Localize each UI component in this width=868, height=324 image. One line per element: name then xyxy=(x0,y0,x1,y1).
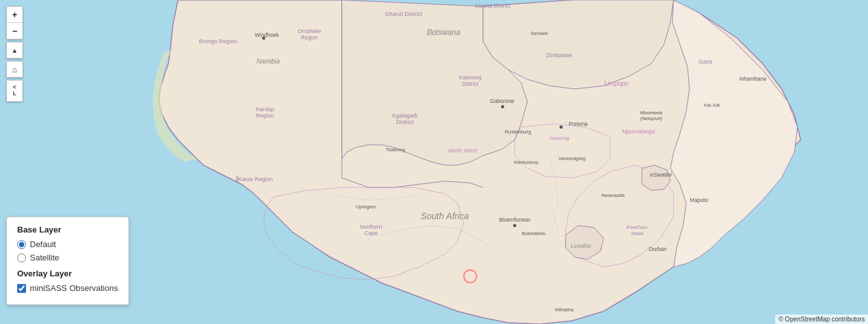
svg-point-37 xyxy=(513,224,517,227)
satellite-radio-label: Satellite xyxy=(30,253,59,262)
svg-text:District: District xyxy=(462,81,479,87)
svg-text:Gauteng: Gauteng xyxy=(550,135,569,141)
default-radio-item[interactable]: Default xyxy=(17,240,118,249)
svg-text:Windhoek: Windhoek xyxy=(255,32,280,38)
svg-text:Durban: Durban xyxy=(649,246,667,252)
svg-text:(Nelspruit): (Nelspruit) xyxy=(641,116,663,121)
map-attribution: © OpenStreetMap contributors xyxy=(775,314,868,324)
minisass-checkbox-item[interactable]: miniSASS Observations xyxy=(17,283,118,293)
layer-toggle-label: L xyxy=(13,91,17,97)
svg-text:Bloemfontein: Bloemfontein xyxy=(499,217,531,223)
svg-text:Gaborone: Gaborone xyxy=(490,98,514,104)
zoom-out-button[interactable]: − xyxy=(6,23,23,39)
svg-text:KwaZulu-: KwaZulu- xyxy=(627,224,648,230)
svg-text:Upington: Upington xyxy=(356,204,376,210)
minisass-checkbox[interactable] xyxy=(17,284,26,293)
svg-text:Tsabong: Tsabong xyxy=(386,147,405,152)
base-layer-title: Base Layer xyxy=(17,225,118,234)
svg-text:Mthatha: Mthatha xyxy=(555,307,574,313)
svg-text:Lesotho: Lesotho xyxy=(571,243,591,249)
svg-text:Kgalagadi: Kgalagadi xyxy=(392,112,417,119)
svg-text:Rustenburg: Rustenburg xyxy=(505,129,531,135)
svg-text:Region: Region xyxy=(301,34,318,41)
svg-text:Northern: Northern xyxy=(360,224,382,230)
satellite-radio-item[interactable]: Satellite xyxy=(17,253,118,262)
reset-control: ▲ xyxy=(6,42,23,58)
map-container[interactable]: Erongo Region Windhoek Namibia Hardap Re… xyxy=(0,0,868,324)
zoom-in-button[interactable]: + xyxy=(6,6,23,23)
svg-text:Mpumalanga: Mpumalanga xyxy=(622,128,655,135)
svg-text:Maputo: Maputo xyxy=(690,197,709,203)
layer-panel: Base Layer Default Satellite Overlay Lay… xyxy=(6,217,129,305)
overlay-layer-title: Overlay Layer xyxy=(17,269,118,278)
svg-text:Hardap: Hardap xyxy=(255,106,275,112)
svg-text:Gaza: Gaza xyxy=(698,58,712,65)
home-control: ⌂ xyxy=(6,61,23,78)
svg-text:Kweneng: Kweneng xyxy=(459,74,482,81)
svg-text:Cape: Cape xyxy=(364,230,378,236)
default-radio[interactable] xyxy=(17,240,26,249)
overlay-section: Overlay Layer miniSASS Observations xyxy=(17,269,118,293)
map-svg: Erongo Region Windhoek Namibia Hardap Re… xyxy=(0,0,868,324)
svg-text:Pretoria: Pretoria xyxy=(569,121,588,127)
default-radio-label: Default xyxy=(30,240,56,249)
layer-toggle-control: < L xyxy=(6,80,23,102)
svg-text:Klerksdorp: Klerksdorp xyxy=(514,159,539,165)
svg-text:Ghanzi District: Ghanzi District xyxy=(385,11,423,17)
map-controls: + − ▲ ⌂ < L xyxy=(6,6,23,104)
svg-text:Botswana: Botswana xyxy=(427,28,461,37)
zoom-controls: + − xyxy=(6,6,23,39)
north-button[interactable]: ▲ xyxy=(6,42,23,58)
svg-text:Namibia: Namibia xyxy=(257,58,280,65)
svg-text:Central District: Central District xyxy=(475,3,510,9)
minisass-label: miniSASS Observations xyxy=(30,283,118,293)
svg-text:South Africa: South Africa xyxy=(421,211,469,221)
svg-text:ǁKaras Region: ǁKaras Region xyxy=(236,176,273,182)
svg-text:Xai-Xai: Xai-Xai xyxy=(703,102,720,108)
svg-text:Omaheke: Omaheke xyxy=(298,28,322,34)
svg-text:Serowe: Serowe xyxy=(531,30,548,36)
svg-point-27 xyxy=(560,126,563,129)
svg-text:Inhambane: Inhambane xyxy=(740,76,767,82)
svg-text:Natal: Natal xyxy=(632,231,644,236)
svg-text:Vereeniging: Vereeniging xyxy=(559,156,585,161)
svg-text:Limpopo: Limpopo xyxy=(604,80,629,87)
satellite-radio[interactable] xyxy=(17,253,26,262)
svg-text:Erongo Region: Erongo Region xyxy=(199,38,237,44)
layer-toggle-button[interactable]: < L xyxy=(6,80,23,102)
svg-point-4 xyxy=(262,37,266,40)
svg-text:Mbombela: Mbombela xyxy=(640,110,663,116)
svg-text:eSwatini: eSwatini xyxy=(650,172,672,178)
svg-text:Zimbabwe: Zimbabwe xyxy=(546,52,573,58)
svg-point-17 xyxy=(501,105,505,109)
svg-text:District: District xyxy=(396,119,414,125)
svg-text:Newcastle: Newcastle xyxy=(602,192,625,198)
svg-text:Botshabelo: Botshabelo xyxy=(522,231,546,236)
home-button[interactable]: ⌂ xyxy=(6,61,23,78)
svg-text:Region: Region xyxy=(256,112,275,119)
svg-text:North West: North West xyxy=(449,147,477,154)
